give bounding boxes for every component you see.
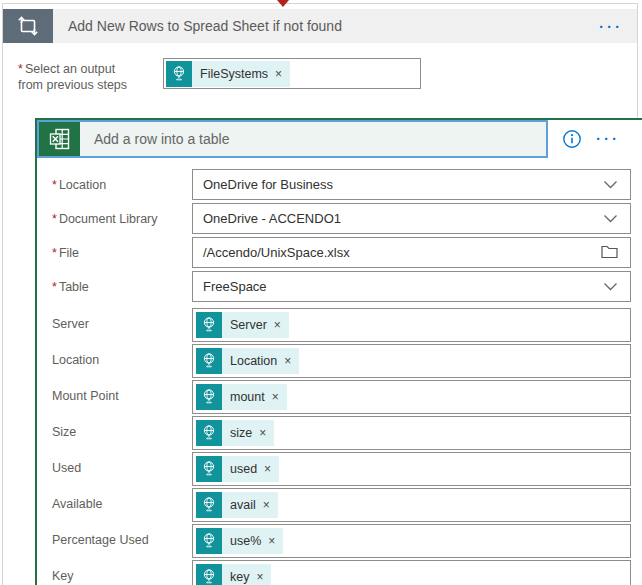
token-label: FileSystems	[200, 67, 268, 81]
field-row-location: Location Location ×	[52, 344, 631, 378]
token-label: use%	[230, 534, 261, 548]
field-row-available: Available avail ×	[52, 488, 631, 522]
dynamic-content-globe-icon	[196, 312, 222, 338]
field-row-document-library: *Document Library OneDrive - ACCENDO1	[52, 203, 631, 234]
token-remove-icon[interactable]: ×	[274, 319, 281, 331]
token-remove-icon[interactable]: ×	[264, 463, 271, 475]
action-title: Add a row into a table	[80, 122, 546, 156]
required-asterisk: *	[52, 246, 57, 260]
dynamic-content-globe-icon	[196, 348, 222, 374]
loop-body: *Select an output from previous steps	[3, 43, 637, 585]
token-remove-icon[interactable]: ×	[268, 535, 275, 547]
token-label: used	[230, 462, 257, 476]
field-label: *Table	[52, 271, 192, 302]
apply-to-each-header[interactable]: Add New Rows to Spread Sheet if not foun…	[3, 9, 637, 43]
field-row-key: Key key ×	[52, 560, 631, 585]
dynamic-content-globe-icon	[166, 61, 192, 87]
dynamic-content-token[interactable]: mount ×	[196, 384, 287, 410]
field-row-file: *File /Accendo/UnixSpace.xlsx	[52, 237, 631, 268]
dynamic-content-token[interactable]: Server ×	[196, 312, 289, 338]
dropdown-field[interactable]: FreeSpace	[192, 271, 631, 302]
dynamic-content-globe-icon	[196, 528, 222, 554]
dynamic-content-token[interactable]: use% ×	[196, 528, 283, 554]
dynamic-content-token[interactable]: FileSystems ×	[166, 61, 290, 87]
field-row-used: Used used ×	[52, 452, 631, 486]
required-asterisk: *	[52, 178, 57, 192]
token-field[interactable]: avail ×	[192, 488, 631, 522]
token-remove-icon[interactable]: ×	[272, 391, 279, 403]
field-label: Location	[52, 344, 192, 378]
field-label: *File	[52, 237, 192, 268]
field-label: *Document Library	[52, 203, 192, 234]
output-input[interactable]: FileSystems ×	[163, 58, 421, 89]
apply-to-each-card: Add New Rows to Spread Sheet if not foun…	[2, 3, 638, 585]
dropdown-field[interactable]: OneDrive for Business	[192, 169, 631, 200]
excel-menu-button[interactable]: ···	[582, 130, 634, 147]
dynamic-content-token[interactable]: key ×	[196, 564, 271, 585]
token-remove-icon[interactable]: ×	[263, 499, 270, 511]
token-label: mount	[230, 390, 265, 404]
info-icon[interactable]	[562, 129, 582, 149]
dynamic-content-globe-icon	[196, 384, 222, 410]
token-label: avail	[230, 498, 256, 512]
token-remove-icon[interactable]: ×	[275, 68, 282, 80]
dynamic-content-token[interactable]: Location ×	[196, 348, 299, 374]
dynamic-content-token[interactable]: size ×	[196, 420, 274, 446]
token-field[interactable]: mount ×	[192, 380, 631, 414]
output-selector-row: *Select an output from previous steps	[18, 58, 637, 94]
action-title-field[interactable]: Add a row into a table	[37, 120, 548, 158]
token-remove-icon[interactable]: ×	[259, 427, 266, 439]
dynamic-content-token[interactable]: used ×	[196, 456, 279, 482]
dynamic-content-token[interactable]: avail ×	[196, 492, 278, 518]
field-label: Key	[52, 560, 192, 585]
token-remove-icon[interactable]: ×	[256, 571, 263, 583]
token-label: key	[230, 570, 249, 584]
chevron-down-icon	[603, 180, 630, 189]
required-asterisk: *	[52, 280, 57, 294]
dropdown-field[interactable]: OneDrive - ACCENDO1	[192, 203, 631, 234]
field-label: Used	[52, 452, 192, 486]
loop-title: Add New Rows to Spread Sheet if not foun…	[53, 9, 585, 43]
dynamic-content-globe-icon	[196, 564, 222, 585]
dynamic-content-globe-icon	[196, 492, 222, 518]
token-chip: Server ×	[222, 312, 289, 338]
excel-action-parameters: *Location OneDrive for Business *Documen…	[37, 158, 642, 585]
field-row-percentage-used: Percentage Used use% ×	[52, 524, 631, 558]
required-asterisk: *	[52, 212, 57, 226]
dynamic-content-globe-icon	[196, 420, 222, 446]
field-label: Mount Point	[52, 380, 192, 414]
token-chip: mount ×	[222, 384, 287, 410]
flow-designer-canvas: Add New Rows to Spread Sheet if not foun…	[0, 0, 642, 585]
token-field[interactable]: key ×	[192, 560, 631, 585]
excel-action-header: Add a row into a table ···	[37, 120, 642, 158]
token-chip: Location ×	[222, 348, 299, 374]
field-label: Server	[52, 308, 192, 342]
token-remove-icon[interactable]: ×	[284, 355, 291, 367]
file-picker-field[interactable]: /Accendo/UnixSpace.xlsx	[192, 237, 631, 268]
token-label: Server	[230, 318, 267, 332]
token-field[interactable]: size ×	[192, 416, 631, 450]
chevron-down-icon	[603, 282, 630, 291]
field-row-location: *Location OneDrive for Business	[52, 169, 631, 200]
token-chip: size ×	[222, 420, 274, 446]
field-row-table: *Table FreeSpace	[52, 271, 631, 302]
token-field[interactable]: Location ×	[192, 344, 631, 378]
field-label: Percentage Used	[52, 524, 192, 558]
token-chip: FileSystems ×	[192, 61, 290, 87]
field-row-mount-point: Mount Point mount ×	[52, 380, 631, 414]
loop-menu-button[interactable]: ···	[585, 9, 637, 43]
token-chip: used ×	[222, 456, 279, 482]
field-label: Size	[52, 416, 192, 450]
token-field[interactable]: use% ×	[192, 524, 631, 558]
token-chip: key ×	[222, 564, 271, 585]
token-label: Location	[230, 354, 277, 368]
token-field[interactable]: used ×	[192, 452, 631, 486]
folder-icon[interactable]	[601, 245, 630, 259]
field-row-size: Size size ×	[52, 416, 631, 450]
field-row-server: Server Server ×	[52, 308, 631, 342]
required-asterisk: *	[18, 62, 23, 76]
field-label: *Location	[52, 169, 192, 200]
token-field[interactable]: Server ×	[192, 308, 631, 342]
excel-icon	[39, 122, 80, 156]
output-selector-label: *Select an output from previous steps	[18, 58, 163, 94]
